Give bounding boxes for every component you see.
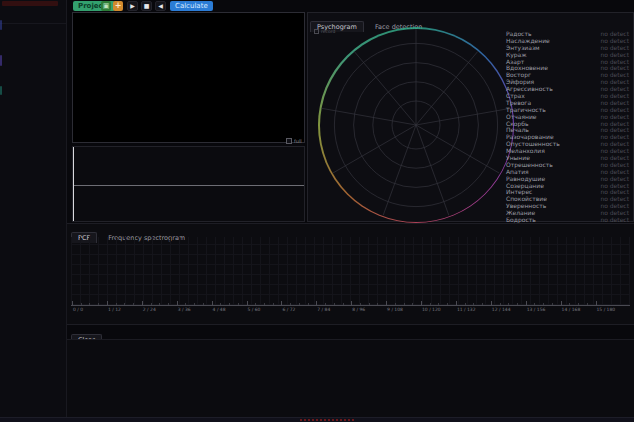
clear-panel-body <box>67 339 634 418</box>
axis-label: 1 / 12 <box>108 307 121 312</box>
sidebar-divider <box>0 23 66 24</box>
axis-minor-tick <box>377 303 378 305</box>
play-button[interactable]: ▶ <box>127 1 138 11</box>
grid-spoke <box>383 125 416 215</box>
axis-tick <box>142 301 143 305</box>
axis-label: 12 / 144 <box>492 307 511 312</box>
stop-button[interactable]: ■ <box>141 1 152 11</box>
axis-tick <box>421 301 422 305</box>
axis-minor-tick <box>133 303 134 305</box>
speaker-button[interactable]: ◀ <box>155 1 166 11</box>
status-red-ticks <box>300 419 356 421</box>
full-checkbox[interactable]: full <box>286 138 302 144</box>
axis-tick <box>316 301 317 305</box>
axis-minor-tick <box>89 303 90 305</box>
axis-minor-tick <box>412 303 413 305</box>
axis-minor-tick <box>360 303 361 305</box>
axis-label: 8 / 96 <box>352 307 365 312</box>
axis-tick <box>281 301 282 305</box>
axis-label: 14 / 168 <box>562 307 581 312</box>
waveform-midline <box>74 185 304 186</box>
axis-minor-tick <box>325 303 326 305</box>
axis-minor-tick <box>151 303 152 305</box>
axis-label: 15 / 180 <box>597 307 616 312</box>
axis-minor-tick <box>255 303 256 305</box>
axis-label: 4 / 48 <box>213 307 226 312</box>
axis-minor-tick <box>395 303 396 305</box>
axis-minor-tick <box>203 303 204 305</box>
axis-minor-tick <box>369 303 370 305</box>
axis-minor-tick <box>124 303 125 305</box>
axis-tick <box>526 301 527 305</box>
axis-minor-tick <box>404 303 405 305</box>
axis-label: 10 / 120 <box>422 307 441 312</box>
grid-spoke <box>416 125 449 215</box>
axis-minor-tick <box>229 303 230 305</box>
axis-tick <box>386 301 387 305</box>
axis-minor-tick <box>185 303 186 305</box>
axis-tick <box>247 301 248 305</box>
axis-label: 9 / 108 <box>387 307 403 312</box>
axis-minor-tick <box>473 303 474 305</box>
axis-minor-tick <box>482 303 483 305</box>
axis-minor-tick <box>569 303 570 305</box>
full-checkbox-label: full <box>294 138 302 144</box>
axis-minor-tick <box>578 303 579 305</box>
plus-icon: + <box>113 1 123 10</box>
clear-panel: Clear <box>67 327 634 417</box>
spectrogram-axis: 0 / 01 / 122 / 243 / 364 / 485 / 606 / 7… <box>71 224 630 324</box>
axis-tick <box>491 301 492 305</box>
axis-minor-tick <box>508 303 509 305</box>
snapshot-button[interactable]: ▣ <box>101 1 111 11</box>
add-button[interactable]: + <box>113 1 123 11</box>
axis-minor-tick <box>334 303 335 305</box>
axis-label: 5 / 60 <box>248 307 261 312</box>
psychogram-panel: Psychogram Face detection record Радость… <box>307 12 634 222</box>
sidebar <box>0 0 67 417</box>
grid-spoke <box>333 125 416 173</box>
axis-minor-tick <box>159 303 160 305</box>
axis-tick <box>351 301 352 305</box>
axis-minor-tick <box>168 303 169 305</box>
axis-minor-tick <box>343 303 344 305</box>
spectrogram-panel: PCF Frequency spectrogram 0 / 01 / 122 /… <box>67 223 634 325</box>
axis-label: 13 / 156 <box>527 307 546 312</box>
square-icon: ▣ <box>101 1 111 11</box>
axis-minor-tick <box>220 303 221 305</box>
axis-minor-tick <box>587 303 588 305</box>
app: { "toolbar": { "projects_label": "Projec… <box>0 0 634 422</box>
axis-label: 3 / 36 <box>178 307 191 312</box>
axis-minor-tick <box>447 303 448 305</box>
axis-minor-tick <box>438 303 439 305</box>
grid-spoke <box>354 52 416 126</box>
axis-tick <box>561 301 562 305</box>
video-display <box>72 12 305 143</box>
waveform-panel <box>72 146 305 222</box>
psychogram-grid <box>318 27 514 223</box>
axis-tick <box>596 301 597 305</box>
axis-minor-tick <box>465 303 466 305</box>
calculate-button[interactable]: Calculate <box>170 1 213 11</box>
x-axis-line <box>71 305 630 306</box>
sidebar-marker-purple <box>0 55 2 66</box>
speaker-icon: ◀ <box>156 2 165 10</box>
status-bar <box>0 417 634 422</box>
grid-spoke <box>416 52 478 126</box>
axis-tick <box>107 301 108 305</box>
axis-minor-tick <box>290 303 291 305</box>
axis-minor-tick <box>194 303 195 305</box>
axis-minor-tick <box>543 303 544 305</box>
sidebar-marker-blue <box>0 20 2 30</box>
play-icon: ▶ <box>128 2 137 10</box>
axis-minor-tick <box>308 303 309 305</box>
axis-minor-tick <box>98 303 99 305</box>
psychogram-chart <box>318 27 514 223</box>
axis-label: 6 / 72 <box>282 307 295 312</box>
axis-minor-tick <box>430 303 431 305</box>
sidebar-project-title <box>2 1 58 6</box>
axis-minor-tick <box>116 303 117 305</box>
checkbox-icon <box>286 138 292 144</box>
axis-tick <box>177 301 178 305</box>
axis-tick <box>456 301 457 305</box>
stop-icon: ■ <box>142 2 151 10</box>
